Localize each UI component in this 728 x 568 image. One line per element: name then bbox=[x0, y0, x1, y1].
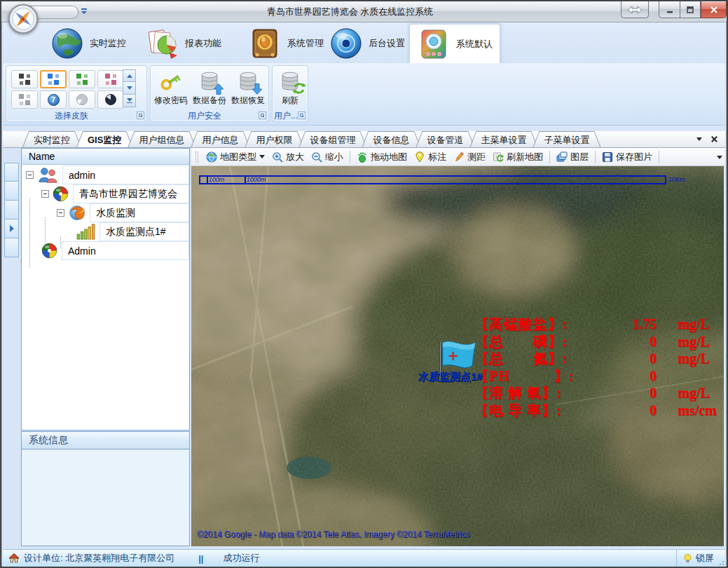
ribbon-tab-system-management[interactable]: 系统管理 bbox=[241, 24, 331, 63]
toolbar-separator bbox=[659, 151, 659, 163]
skin-tile-gray[interactable] bbox=[11, 90, 38, 109]
refresh-map-icon bbox=[493, 151, 504, 163]
ribbon-tab-bar: 实时监控 报表功能 系统管理 后台设置 系统默认 bbox=[3, 22, 725, 63]
tab-device-info[interactable]: 设备信息 bbox=[362, 131, 420, 147]
measure-button[interactable]: 测距 bbox=[451, 149, 488, 165]
scroll-more-button[interactable] bbox=[123, 95, 136, 107]
dialog-launcher-icon[interactable] bbox=[137, 111, 144, 119]
light-sphere-icon bbox=[76, 94, 88, 105]
home-icon bbox=[8, 553, 20, 564]
collapsed-panel-strip[interactable] bbox=[4, 163, 19, 257]
tab-list-dropdown-icon[interactable] bbox=[696, 137, 702, 141]
data-restore-button[interactable]: 数据恢复 bbox=[229, 69, 267, 107]
map-toolbar: 地图类型 放大 缩小 拖动地图 标注 测距 刷新地图 bbox=[191, 148, 725, 166]
zoom-in-button[interactable]: 放大 bbox=[269, 149, 307, 165]
annotate-button[interactable]: 标注 bbox=[411, 149, 449, 165]
minimize-button[interactable] bbox=[659, 1, 680, 18]
dialog-launcher-icon[interactable] bbox=[259, 111, 266, 119]
scroll-down-button[interactable] bbox=[123, 82, 136, 95]
expand-panel-button[interactable] bbox=[4, 219, 19, 238]
ribbon-tab-realtime[interactable]: 实时监控 bbox=[43, 24, 133, 63]
data-backup-button[interactable]: 数据备份 bbox=[191, 69, 228, 107]
map-viewport[interactable]: 100m 1000m 10Km 水质监测点1# 【高锰酸盐】:1.75mg/L … bbox=[191, 166, 724, 546]
maximize-button[interactable] bbox=[680, 1, 701, 18]
user-group-label: 用户... bbox=[273, 110, 299, 121]
tab-device-pipeline[interactable]: 设备管道 bbox=[415, 131, 474, 147]
close-button[interactable] bbox=[701, 1, 727, 18]
title-bar: 青岛市世界园艺博览会 水质在线监控系统 bbox=[1, 1, 727, 22]
scroll-up-button[interactable] bbox=[123, 69, 136, 82]
expander-minus-icon[interactable] bbox=[26, 171, 34, 179]
skin-tile-green[interactable] bbox=[69, 70, 95, 88]
window-title: 青岛市世界园艺博览会 水质在线监控系统 bbox=[85, 1, 614, 22]
refresh-button[interactable]: 刷新 bbox=[271, 69, 309, 107]
tree-row-monitor-point[interactable]: 水质监测点1# bbox=[22, 222, 189, 241]
pie-ball-icon bbox=[41, 243, 57, 259]
tab-close-icon[interactable] bbox=[710, 135, 718, 143]
toolbar-overflow-icon[interactable] bbox=[717, 156, 722, 159]
system-info-panel bbox=[21, 449, 190, 546]
database-backup-icon bbox=[197, 69, 222, 94]
tab-device-group[interactable]: 设备组管理 bbox=[298, 131, 366, 147]
tree-row-admin[interactable]: admin bbox=[22, 165, 189, 184]
status-divider: || bbox=[198, 553, 203, 564]
system-info-header: 系统信息 bbox=[21, 431, 190, 449]
ribbon-tab-system-default[interactable]: 系统默认 bbox=[409, 24, 500, 63]
reading-row: 【高锰酸盐】:1.75mg/L bbox=[474, 316, 717, 333]
drag-foot-icon bbox=[357, 151, 368, 163]
app-window: 青岛市世界园艺博览会 水质在线监控系统 实时监控 报表功能 系统管理 后台设置 … bbox=[0, 0, 728, 568]
dropdown-caret-icon bbox=[259, 155, 265, 158]
globe-small-icon bbox=[206, 151, 217, 163]
squares-icon bbox=[76, 74, 88, 85]
tab-main-menu-settings[interactable]: 主菜单设置 bbox=[469, 131, 537, 147]
skin-tile-blue-selected[interactable] bbox=[40, 70, 67, 88]
lock-screen-button[interactable]: 锁屏 bbox=[676, 550, 724, 567]
device-tree-panel: Name admin 青岛市世界园艺博览会 水质监测 水质监 bbox=[21, 148, 190, 431]
layers-button[interactable]: 图层 bbox=[554, 149, 591, 165]
map-scale-bar: 100m 1000m 10Km bbox=[199, 175, 689, 187]
skin-tile-light-sphere[interactable] bbox=[69, 90, 95, 109]
down-arrow-icon bbox=[127, 86, 132, 90]
dialog-launcher-icon[interactable] bbox=[298, 111, 305, 119]
blue-orb-icon bbox=[329, 27, 363, 60]
expander-minus-icon[interactable] bbox=[57, 209, 64, 217]
status-bar: 设计单位: 北京聚英翱翔电子有限公司 || 成功运行 锁屏 bbox=[3, 549, 725, 567]
reading-row: 【总 氮】:0mg/L bbox=[474, 350, 717, 367]
more-arrow-icon bbox=[127, 98, 132, 102]
refresh-map-button[interactable]: 刷新地图 bbox=[490, 149, 546, 165]
skin-scroll-strip bbox=[123, 69, 136, 107]
skin-tile-windows7[interactable]: 7 bbox=[40, 90, 67, 109]
change-password-button[interactable]: 修改密码 bbox=[152, 69, 190, 107]
tab-user-groups[interactable]: 用户组信息 bbox=[128, 131, 195, 147]
app-menu-compass-icon[interactable] bbox=[7, 3, 39, 35]
tab-user-permissions[interactable]: 用户权限 bbox=[245, 131, 303, 147]
windows7-icon: 7 bbox=[48, 94, 60, 106]
save-image-button[interactable]: 保存图片 bbox=[599, 149, 655, 165]
skin-tile-dark-sphere[interactable] bbox=[97, 90, 124, 109]
skin-tile-dark[interactable] bbox=[11, 70, 38, 88]
designer-label: 设计单位: 北京聚英翱翔电子有限公司 bbox=[24, 552, 174, 564]
expander-minus-icon[interactable] bbox=[41, 190, 49, 198]
ribbon-tab-reports[interactable]: 报表功能 bbox=[139, 24, 228, 63]
ribbon-tab-backend-settings[interactable]: 后台设置 bbox=[322, 24, 412, 63]
tree-row-water-monitor[interactable]: 水质监测 bbox=[22, 203, 189, 222]
style-switch-button[interactable] bbox=[621, 1, 649, 18]
tree-row-expo[interactable]: 青岛市世界园艺博览会 bbox=[22, 184, 189, 203]
save-image-icon bbox=[602, 151, 613, 163]
resize-grip[interactable] bbox=[717, 559, 724, 565]
running-status: 成功运行 bbox=[224, 552, 260, 564]
toolbar-separator bbox=[549, 151, 550, 163]
tab-sub-menu-settings[interactable]: 子菜单设置 bbox=[533, 131, 600, 147]
tab-gis-monitor[interactable]: GIS监控 bbox=[76, 131, 132, 147]
tab-realtime[interactable]: 实时监控 bbox=[22, 131, 81, 147]
zoom-out-button[interactable]: 缩小 bbox=[308, 149, 346, 165]
tab-user-info[interactable]: 用户信息 bbox=[191, 131, 249, 147]
map-type-button[interactable]: 地图类型 bbox=[203, 149, 268, 165]
double-arrow-icon bbox=[628, 6, 642, 14]
skin-tile-pink[interactable] bbox=[97, 70, 124, 88]
drag-map-button[interactable]: 拖动地图 bbox=[354, 149, 410, 165]
bar-chart-icon bbox=[76, 224, 95, 240]
squares-icon bbox=[105, 74, 116, 85]
tree-row-admin2[interactable]: Admin bbox=[22, 241, 189, 260]
annotate-pin-icon bbox=[414, 151, 425, 163]
